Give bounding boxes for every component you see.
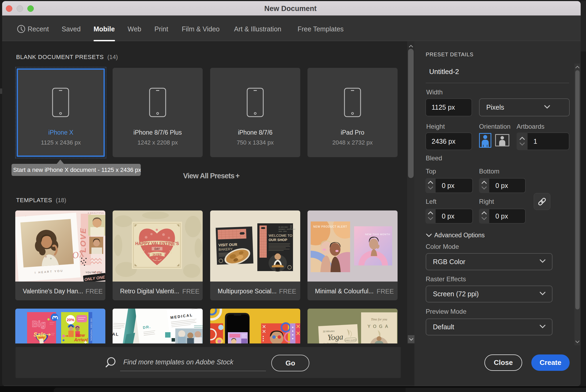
svg-text:Big: Big [32, 319, 46, 329]
svg-text:USE CODE 7YHGFDW34L: USE CODE 7YHGFDW34L [90, 318, 92, 341]
svg-text:DAY: DAY [154, 247, 160, 250]
svg-text:A BEAUTIFUL UNION: A BEAUTIFUL UNION [88, 212, 105, 214]
svg-text:AL: AL [113, 332, 119, 336]
svg-text:WELCOME TO: WELCOME TO [269, 234, 292, 238]
svg-text:9AM - 5PM: 9AM - 5PM [279, 231, 287, 232]
svg-text:Sale: Sale [34, 331, 46, 338]
svg-text:Time for you: Time for you [371, 317, 387, 321]
svg-text:NEW THIS MONTH: NEW THIS MONTH [365, 233, 390, 236]
svg-text:New: New [76, 333, 85, 338]
svg-text:VISIT OUR: VISIT OUR [218, 242, 238, 247]
svg-text:05 JAN 2021: 05 JAN 2021 [279, 226, 288, 228]
svg-text:YOGA: YOGA [368, 324, 391, 329]
svg-text:YOU'RE THE: YOU'RE THE [86, 271, 103, 274]
svg-text:HAPPY VALENTINE'S: HAPPY VALENTINE'S [135, 241, 179, 246]
svg-text:Yoga: Yoga [327, 332, 343, 342]
svg-text:MONDAY - SATURDAY: MONDAY - SATURDAY [279, 228, 295, 230]
svg-text:OUR SHOP: OUR SHOP [269, 238, 287, 242]
svg-text:20%: 20% [67, 318, 75, 322]
svg-text:BAKERY: BAKERY [218, 247, 233, 252]
svg-text:14 FEB: 14 FEB [153, 253, 162, 256]
svg-text:NEW PRODUCT ALERT: NEW PRODUCT ALERT [313, 225, 347, 228]
